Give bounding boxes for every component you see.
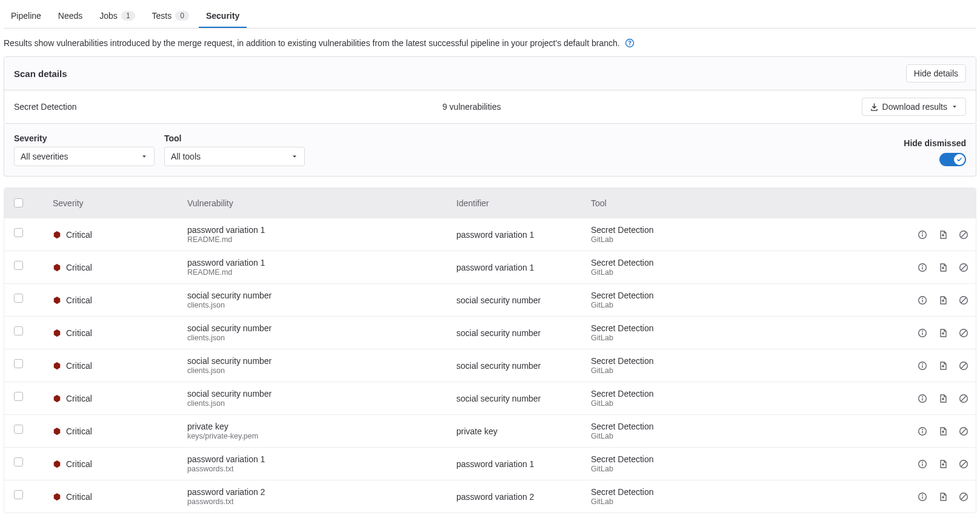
vulnerability-count: 9 vulnerabilities — [442, 102, 862, 112]
dismiss-icon[interactable] — [959, 492, 968, 502]
dismiss-icon[interactable] — [959, 328, 968, 338]
identifier-text: password variation 1 — [456, 459, 591, 469]
scan-details-row: Secret Detection 9 vulnerabilities Downl… — [4, 90, 976, 123]
more-info-icon[interactable] — [918, 459, 927, 469]
vulnerability-file: passwords.txt — [187, 497, 456, 506]
severity-critical-icon — [53, 493, 61, 501]
more-info-icon[interactable] — [918, 230, 927, 240]
row-checkbox[interactable] — [14, 392, 23, 401]
pipeline-tabs: PipelineNeedsJobs1Tests0Security — [4, 0, 976, 29]
row-checkbox[interactable] — [14, 457, 23, 466]
table-row: Criticalpassword variation 1passwords.tx… — [4, 447, 976, 480]
scan-details-header: Scan details Hide details — [4, 57, 976, 90]
create-issue-icon[interactable] — [938, 263, 948, 272]
create-issue-icon[interactable] — [938, 426, 948, 436]
tool-name: Secret Detection — [591, 225, 890, 235]
dismiss-icon[interactable] — [959, 394, 968, 403]
hide-dismissed-label: Hide dismissed — [904, 138, 966, 148]
create-issue-icon[interactable] — [938, 361, 948, 371]
vulnerability-link[interactable]: password variation 1 — [187, 258, 456, 268]
vulnerabilities-table: Severity Vulnerability Identifier Tool C… — [4, 187, 976, 513]
more-info-icon[interactable] — [918, 295, 927, 305]
more-info-icon[interactable] — [918, 426, 927, 436]
identifier-text: social security number — [456, 295, 591, 305]
tool-vendor: GitLab — [591, 301, 890, 309]
tool-name: Secret Detection — [591, 258, 890, 268]
table-row: Criticalsocial security numberclients.js… — [4, 283, 976, 316]
toggle-knob — [954, 154, 965, 165]
identifier-text: password variation 2 — [456, 492, 591, 502]
tool-name: Secret Detection — [591, 356, 890, 366]
chevron-down-icon — [141, 153, 148, 160]
more-info-icon[interactable] — [918, 394, 927, 403]
severity-text: Critical — [66, 492, 92, 502]
vulnerability-link[interactable]: social security number — [187, 323, 456, 333]
row-checkbox[interactable] — [14, 326, 23, 335]
scan-details-title: Scan details — [14, 69, 67, 79]
row-checkbox[interactable] — [14, 228, 23, 237]
dismiss-icon[interactable] — [959, 459, 968, 469]
tab-jobs[interactable]: Jobs1 — [92, 5, 142, 28]
tab-pipeline[interactable]: Pipeline — [4, 5, 48, 28]
hide-dismissed-toggle[interactable] — [939, 153, 966, 166]
vulnerability-file: README.md — [187, 268, 456, 277]
tool-filter-label: Tool — [164, 133, 305, 143]
tool-name: Secret Detection — [591, 454, 890, 464]
vulnerability-link[interactable]: social security number — [187, 389, 456, 399]
row-checkbox[interactable] — [14, 425, 23, 434]
create-issue-icon[interactable] — [938, 230, 948, 240]
create-issue-icon[interactable] — [938, 328, 948, 338]
tab-label: Pipeline — [11, 11, 41, 21]
vulnerability-link[interactable]: password variation 1 — [187, 454, 456, 464]
more-info-icon[interactable] — [918, 263, 927, 272]
dismiss-icon[interactable] — [959, 426, 968, 436]
more-info-icon[interactable] — [918, 492, 927, 502]
tab-security[interactable]: Security — [199, 5, 247, 28]
hide-details-button[interactable]: Hide details — [906, 64, 966, 82]
row-checkbox[interactable] — [14, 359, 23, 368]
dismiss-icon[interactable] — [959, 361, 968, 371]
help-icon[interactable] — [625, 38, 635, 48]
create-issue-icon[interactable] — [938, 492, 948, 502]
tool-vendor: GitLab — [591, 497, 890, 506]
row-checkbox[interactable] — [14, 261, 23, 270]
create-issue-icon[interactable] — [938, 459, 948, 469]
tool-name: Secret Detection — [591, 422, 890, 431]
more-info-icon[interactable] — [918, 328, 927, 338]
hide-details-label: Hide details — [914, 69, 958, 78]
vulnerability-link[interactable]: password variation 2 — [187, 487, 456, 497]
select-all-checkbox[interactable] — [14, 198, 23, 207]
severity-text: Critical — [66, 328, 92, 338]
row-checkbox[interactable] — [14, 294, 23, 303]
create-issue-icon[interactable] — [938, 295, 948, 305]
severity-text: Critical — [66, 426, 92, 436]
vulnerability-link[interactable]: password variation 1 — [187, 225, 456, 235]
results-description: Results show vulnerabilities introduced … — [4, 38, 620, 48]
tab-badge: 1 — [121, 11, 135, 21]
table-row: Criticalpassword variation 1README.mdpas… — [4, 251, 976, 283]
identifier-text: social security number — [456, 328, 591, 338]
row-checkbox[interactable] — [14, 490, 23, 499]
severity-dropdown[interactable]: All severities — [14, 147, 155, 166]
dismiss-icon[interactable] — [959, 295, 968, 305]
tab-needs[interactable]: Needs — [51, 5, 90, 28]
vulnerability-link[interactable]: social security number — [187, 356, 456, 366]
dismiss-icon[interactable] — [959, 263, 968, 272]
identifier-text: social security number — [456, 361, 591, 371]
download-results-button[interactable]: Download results — [862, 98, 966, 116]
scanner-name: Secret Detection — [14, 102, 442, 112]
vulnerability-file: clients.json — [187, 334, 456, 342]
tool-dropdown[interactable]: All tools — [164, 147, 305, 166]
severity-critical-icon — [53, 296, 61, 305]
more-info-icon[interactable] — [918, 361, 927, 371]
severity-filter: Severity All severities — [14, 133, 155, 166]
create-issue-icon[interactable] — [938, 394, 948, 403]
tool-name: Secret Detection — [591, 487, 890, 497]
header-severity: Severity — [53, 198, 187, 208]
vulnerability-link[interactable]: private key — [187, 422, 456, 431]
dismiss-icon[interactable] — [959, 230, 968, 240]
tab-badge: 0 — [175, 11, 189, 21]
tool-name: Secret Detection — [591, 291, 890, 300]
tab-tests[interactable]: Tests0 — [145, 5, 196, 28]
vulnerability-link[interactable]: social security number — [187, 291, 456, 300]
